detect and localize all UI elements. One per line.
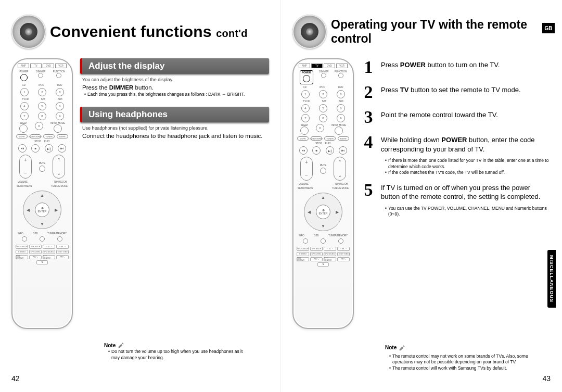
headphones-intro: Use headphones (not supplied) for privat… [82,125,269,131]
step-5-notes: You can use the TV POWER, VOLUME, CHANNE… [381,206,551,218]
left-note: Note Do not turn the volume up too high … [104,342,265,361]
pencil-icon [118,342,125,349]
page-number-left: 42 [11,374,20,383]
note-label: Note [104,342,125,349]
title-main: Convenient functions [50,23,212,40]
adjust-line1: Press the DIMMER button. [82,84,269,91]
right-heading: Operating your TV with the remote contro… [292,15,551,49]
remote-mode-dvd: DVD [43,64,54,68]
pencil-icon [399,344,406,351]
title-contd: cont'd [216,28,247,39]
row-srclabels-1: CD iPOD DVD [16,84,69,86]
remote-mode-tv: TV [30,64,42,68]
function-btn [56,73,61,78]
side-tab-miscellaneous: MISCELLANEOUS [547,250,556,308]
speaker-icon [292,15,327,49]
step-2: 2 Press TV button to set the remote to T… [361,83,551,101]
left-title: Convenient functions cont'd [50,23,248,41]
dpad: ⦿ENTER ▲ ▼ ◀ ▶ [23,191,61,229]
headphones-body: Connect the headphones to the headphone … [82,133,269,139]
section-headphones: Using headphones [80,107,269,122]
remote-mode-amp: AMP [18,64,29,68]
volume-rocker: +− [19,155,32,179]
gb-badge: GB [542,23,555,33]
remote-illustration-right: AMP TV DVD VCR POWER DIMMER [292,58,354,329]
tuning-rocker: ⌃⌄ [53,155,65,179]
remote-illustration-left: AMP TV DVD VCR POWER DIMMER [11,58,73,329]
page-43: GB Operating your TV with the remote con… [281,0,562,392]
right-note: Note The remote control may not work on … [385,344,546,371]
power-label: POWER [20,70,29,73]
step-3: 3 Point the remote control toward the TV… [361,108,551,126]
power-icon [303,75,310,82]
adjust-bullet: Each time you press this, the brightness… [84,92,269,97]
remote-bottom-grid: NEO 6 MODE SPK MODE ← VL → ← HL → STEREO… [16,245,69,259]
step-1: 1 Press POWER button to turn on the TV. [361,58,551,76]
left-content: Adjust the display You can adjust the br… [80,58,269,329]
dimmer-btn [38,73,43,78]
power-icon [20,74,28,81]
right-title: Operating your TV with the remote contro… [331,18,551,46]
adjust-intro: You can adjust the brightness of the dis… [82,77,269,82]
enter-button: ⦿ENTER [35,203,49,217]
row-srclabels-2: T.VOD SAT AUX [16,98,69,100]
speaker-icon [11,15,46,49]
page-number-right: 43 [542,374,551,383]
step-5: 5 If TV is turned on or off when you pre… [361,181,551,201]
remote-mode-vcr: VCR [55,64,67,68]
step-4-notes: If there is more than one code listed fo… [381,158,551,175]
page-42: Convenient functions cont'd AMP TV DVD V… [0,0,281,392]
right-content: 1 Press POWER button to turn on the TV. … [361,58,551,329]
left-heading: Convenient functions cont'd [11,15,269,49]
step-4: 4 While holding down POWER button, enter… [361,133,551,154]
section-adjust-display: Adjust the display [80,58,269,74]
